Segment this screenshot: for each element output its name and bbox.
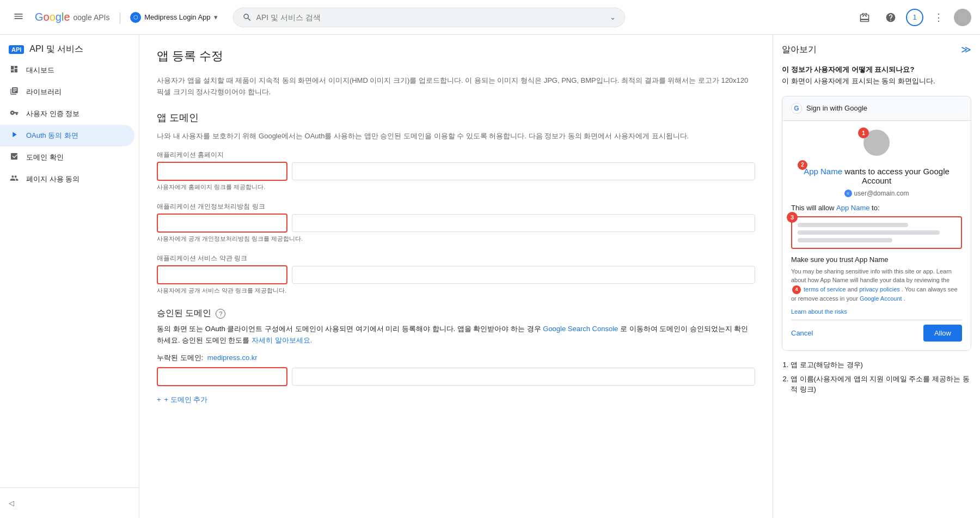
terms-field-group: 애플리케이션 서비스 약관 링크 사용자에게 공개 서비스 약관 링크를 제공합… <box>157 254 755 295</box>
search-bar[interactable]: ⌄ <box>233 8 625 27</box>
domain-title-row: 승인된 도메인 ? <box>157 308 755 319</box>
g-logo: G <box>791 103 802 114</box>
domain-input[interactable] <box>157 367 287 386</box>
app-selector[interactable]: ⬡ Medipress Login App ▾ <box>130 12 217 23</box>
main-layout: API API 및 서비스 대시보드 라이브러리 사용자 인증 정보 <box>0 35 980 518</box>
info-sub: 이 화면이 사용자에게 표시되는 동의 화면입니다. <box>782 77 935 85</box>
right-panel-header: 알아보기 ≫ <box>782 44 971 56</box>
learn-more-link[interactable]: 자세히 알아보세요. <box>252 336 312 344</box>
homepage-input-extra[interactable] <box>292 162 755 180</box>
homepage-field-group: 애플리케이션 홈페이지 사용자에게 홈페이지 링크를 제공합니다. <box>157 150 755 191</box>
approved-domain-help-icon[interactable]: ? <box>216 309 225 319</box>
info-box: 이 정보가 사용자에게 어떻게 표시되나요? 이 화면이 사용자에게 표시되는 … <box>782 64 971 87</box>
consent-title: App Name wants to access your Google Acc… <box>791 167 962 185</box>
sidebar-item-domain[interactable]: 도메인 확인 <box>0 147 134 168</box>
app-dots-icon: ⬡ <box>130 12 141 23</box>
sidebar-domain-label: 도메인 확인 <box>26 153 64 162</box>
app-domain-desc: 나와 내 사용자를 보호하기 위해 Google에서는 OAuth를 사용하는 … <box>157 131 755 142</box>
google-apis-logo: Google oogle APIs <box>35 11 109 23</box>
homepage-input[interactable] <box>157 162 287 181</box>
oauth-icon <box>9 130 20 141</box>
consent-title-suffix: wants to access your Google Account <box>844 167 950 185</box>
credentials-icon <box>9 108 20 119</box>
google-search-console-link[interactable]: Google Search Console <box>543 325 618 333</box>
collapse-icon: ◁ <box>9 499 14 507</box>
approved-domain-title: 승인된 도메인 <box>157 308 211 319</box>
sidebar-item-credentials[interactable]: 사용자 인증 정보 <box>0 103 134 125</box>
app-dropdown-icon[interactable]: ▾ <box>214 13 218 21</box>
consent-buttons: Cancel Allow <box>791 320 962 342</box>
sidebar-page-usage-label: 페이지 사용 동의 <box>26 174 79 184</box>
consent-app-name-title: App Name <box>804 167 842 176</box>
learn-about-risks-link[interactable]: Learn about the risks <box>791 308 847 315</box>
user-avatar-container: 1 <box>863 130 890 160</box>
domain-input-extra[interactable] <box>292 368 755 386</box>
hamburger-menu[interactable] <box>9 7 28 28</box>
terms-input[interactable] <box>157 265 287 284</box>
sidebar-item-oauth[interactable]: OAuth 동의 화면 <box>0 125 134 147</box>
app-name-label: Medipress Login App <box>144 13 210 21</box>
consent-cancel-button[interactable]: Cancel <box>791 329 813 337</box>
terms-label: 애플리케이션 서비스 약관 링크 <box>157 254 755 263</box>
consent-preview: G Sign in with Google 1 2 <box>782 96 971 351</box>
added-domain-value: medipress.co.kr <box>207 354 258 362</box>
info-question: 이 정보가 사용자에게 어떻게 표시되나요? <box>782 65 914 74</box>
add-domain-label: + 도메인 추가 <box>164 395 208 405</box>
library-icon <box>9 87 20 97</box>
consent-allow-button[interactable]: Allow <box>923 325 962 342</box>
right-panel: 알아보기 ≫ 이 정보가 사용자에게 어떻게 표시되나요? 이 화면이 사용자에… <box>773 35 980 518</box>
topbar-right-actions: 1 ⋮ <box>854 7 971 28</box>
terms-of-service-link[interactable]: terms of service <box>804 286 846 292</box>
homepage-hint: 사용자에게 홈페이지 링크를 제공합니다. <box>157 183 755 191</box>
consent-scopes-box: 3 <box>791 216 962 249</box>
approved-domain-desc: 동의 화면 또는 OAuth 클라이언트 구성에서 도메인이 사용되면 여기에서… <box>157 324 755 346</box>
dashboard-icon <box>9 65 20 76</box>
sidebar-item-dashboard[interactable]: 대시보드 <box>0 59 134 81</box>
sidebar-collapse-button[interactable]: ◁ <box>0 495 139 511</box>
more-options-button[interactable]: ⋮ <box>928 7 950 28</box>
sidebar-title: API 및 서비스 <box>29 44 83 55</box>
scope-line-2 <box>798 230 940 235</box>
privacy-field-group: 애플리케이션 개인정보처리방침 링크 사용자에게 공개 개인정보처리방침 링크를… <box>157 202 755 243</box>
sidebar-item-library[interactable]: 라이브러리 <box>0 81 134 103</box>
consent-user-email: u user@domain.com <box>791 190 962 197</box>
gifts-button[interactable] <box>854 7 875 28</box>
topbar: Google oogle APIs | ⬡ Medipress Login Ap… <box>0 0 980 35</box>
help-button[interactable] <box>880 7 902 28</box>
page-title: 앱 등록 수정 <box>157 48 755 64</box>
search-input[interactable] <box>256 13 605 22</box>
user-email-avatar: u <box>844 190 852 197</box>
terms-input-extra[interactable] <box>292 266 755 284</box>
privacy-policies-link[interactable]: privacy policies <box>859 286 900 292</box>
consent-trust-title: Make sure you trust App Name <box>791 255 962 264</box>
api-badge: API <box>9 45 24 54</box>
info-numbered-list: 앱 로고(해당하는 경우) 앱 이름(사용자에게 앱의 지원 이메일 주소를 제… <box>782 359 971 395</box>
privacy-row <box>157 214 755 233</box>
terms-row <box>157 265 755 284</box>
terms-hint: 사용자에게 공개 서비스 약관 링크를 제공합니다. <box>157 287 755 295</box>
sidebar-item-page-usage[interactable]: 페이지 사용 동의 <box>0 168 134 190</box>
privacy-hint: 사용자에게 공개 개인정보처리방침 링크를 제공합니다. <box>157 235 755 243</box>
search-icon <box>242 13 252 22</box>
privacy-input-extra[interactable] <box>292 214 755 232</box>
sidebar-dashboard-label: 대시보드 <box>26 65 54 75</box>
add-domain-button[interactable]: + + 도메인 추가 <box>157 391 207 409</box>
account-number-badge[interactable]: 1 <box>906 9 923 26</box>
top-description: 사용자가 앱을 설치할 때 제품이 지속적 동의 화면에서 이미지(HMD 이미… <box>157 75 755 98</box>
search-chevron-icon: ⌄ <box>610 13 616 21</box>
approved-domain-section: 승인된 도메인 ? 동의 화면 또는 OAuth 클라이언트 구성에서 도메인이… <box>157 308 755 409</box>
numbered-list-item-1: 앱 로고(해당하는 경우) <box>791 359 971 370</box>
badge-2: 2 <box>798 160 807 170</box>
google-account-link[interactable]: Google Account <box>860 295 902 302</box>
sidebar-bottom: ◁ <box>0 487 139 518</box>
consent-preview-body: 1 2 App Name wants to access your Google… <box>782 121 971 351</box>
badge-3: 3 <box>787 212 798 223</box>
consent-preview-header: G Sign in with Google <box>782 96 971 121</box>
homepage-label: 애플리케이션 홈페이지 <box>157 150 755 160</box>
user-avatar[interactable] <box>954 9 971 26</box>
privacy-input[interactable] <box>157 214 287 233</box>
consent-user-avatar: 1 <box>863 130 890 156</box>
privacy-label: 애플리케이션 개인정보처리방침 링크 <box>157 202 755 211</box>
domain-icon <box>9 152 20 163</box>
right-panel-expand-icon[interactable]: ≫ <box>961 44 971 56</box>
